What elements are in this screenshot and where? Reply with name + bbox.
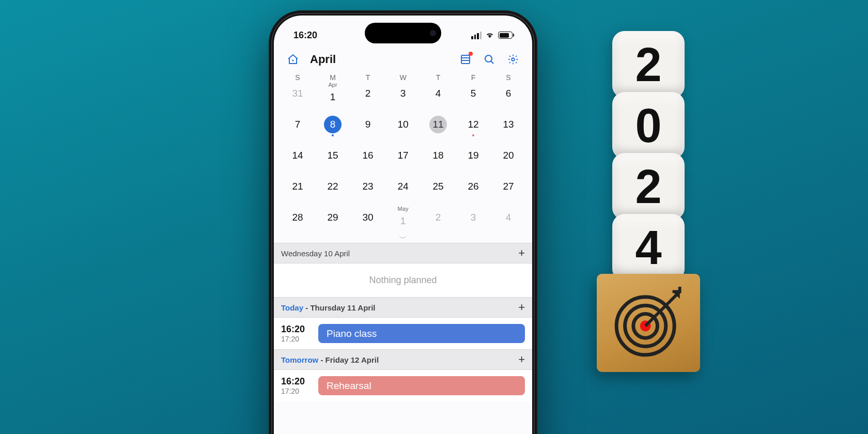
app-header: April (274, 45, 532, 71)
calendar-day[interactable]: 10 (385, 113, 421, 136)
calendar-day[interactable]: 7 (280, 113, 315, 136)
section-header: Today - Thursday 11 April+ (274, 297, 532, 318)
day-number: 26 (464, 178, 482, 195)
section-title: Today - Thursday 11 April (281, 303, 376, 312)
inbox-icon[interactable] (457, 51, 474, 68)
event-time: 16:2017:20 (281, 324, 311, 343)
calendar-day[interactable]: 31 (280, 82, 315, 105)
day-number: 30 (359, 209, 377, 226)
calendar-day[interactable]: 21 (280, 175, 315, 198)
dynamic-island (365, 23, 441, 43)
event-start: 16:20 (281, 376, 311, 387)
calendar-day[interactable]: 5 (456, 82, 491, 105)
dow-label: T (421, 73, 456, 82)
event-end: 17:20 (281, 387, 311, 395)
event-end: 17:20 (281, 335, 311, 343)
cube-digit: 0 (612, 92, 685, 159)
calendar-day[interactable]: 24 (385, 175, 421, 198)
calendar-day[interactable]: 26 (456, 175, 491, 198)
event-row[interactable]: 16:2017:20Rehearsal (274, 370, 532, 401)
add-event-button[interactable]: + (518, 353, 525, 366)
day-number: 22 (324, 178, 342, 195)
event-row[interactable]: 16:2017:20Piano class (274, 318, 532, 349)
day-number: 1 (324, 88, 342, 105)
calendar-day[interactable]: 4 (421, 82, 456, 105)
svg-rect-6 (461, 55, 470, 64)
calendar-day[interactable]: 20 (491, 144, 526, 167)
calendar-day[interactable]: Apr1 (315, 82, 350, 105)
year-cube-stack: 2 0 2 4 (597, 31, 700, 372)
calendar-day[interactable]: 14 (280, 144, 315, 167)
calendar-day[interactable]: 29 (315, 206, 350, 229)
day-number: 15 (324, 147, 342, 164)
calendar-day[interactable]: 11 (421, 113, 456, 136)
calendar-day[interactable]: 9 (350, 113, 385, 136)
calendar-day[interactable]: 15 (315, 144, 350, 167)
calendar-day[interactable]: 2 (350, 82, 385, 105)
calendar-day[interactable]: 22 (315, 175, 350, 198)
day-number: 3 (394, 85, 412, 102)
calendar-day[interactable]: 19 (456, 144, 491, 167)
calendar-day[interactable]: 27 (491, 175, 526, 198)
day-number: 12 (464, 116, 482, 133)
phone-screen: 16:20 April (274, 16, 532, 434)
calendar-day[interactable]: 25 (421, 175, 456, 198)
day-number: 16 (359, 147, 377, 164)
day-number: 23 (359, 178, 377, 195)
calendar-day[interactable]: 16 (350, 144, 385, 167)
day-number: 10 (394, 116, 412, 133)
event-dot (472, 134, 474, 136)
calendar-grid: 31Apr12345678910111213141516171819202122… (274, 82, 532, 234)
calendar-day[interactable]: 3 (456, 206, 491, 229)
calendar-day[interactable]: 17 (385, 144, 421, 167)
day-number: 20 (500, 147, 517, 164)
section-header: Wednesday 10 April+ (274, 243, 532, 264)
section-prefix: Today (281, 303, 303, 312)
day-number: 27 (500, 178, 517, 195)
calendar-day[interactable]: 23 (350, 175, 385, 198)
settings-icon[interactable] (504, 51, 522, 68)
day-number: 21 (289, 178, 306, 195)
dow-label: S (280, 73, 315, 82)
svg-point-11 (512, 58, 515, 61)
day-number: 25 (429, 178, 447, 195)
day-number: 1 (394, 212, 412, 229)
calendar-day[interactable]: 8 (315, 113, 350, 136)
month-tag: Apr (328, 82, 337, 88)
event-start: 16:20 (281, 324, 311, 335)
calendar-day[interactable]: 2 (421, 206, 456, 229)
cube-digit: 2 (612, 153, 685, 220)
day-number: 19 (464, 147, 482, 164)
section-prefix: Tomorrow (281, 355, 318, 364)
calendar-day[interactable]: 13 (491, 113, 526, 136)
agenda: Wednesday 10 April+Nothing plannedToday … (274, 243, 532, 401)
target-icon (612, 287, 685, 359)
search-icon[interactable] (481, 51, 498, 68)
battery-icon (498, 32, 513, 39)
calendar-day[interactable]: 12 (456, 113, 491, 136)
calendar-day[interactable]: 6 (491, 82, 526, 105)
calendar-day[interactable]: 30 (350, 206, 385, 229)
day-number: 9 (359, 116, 377, 133)
empty-state: Nothing planned (274, 264, 532, 297)
day-number: 5 (464, 85, 482, 102)
day-number: 7 (289, 116, 306, 133)
calendar-day[interactable]: 3 (385, 82, 421, 105)
phone-frame: 16:20 April (269, 10, 537, 434)
drag-handle[interactable]: ︶ (274, 234, 532, 243)
wood-block (597, 274, 700, 372)
add-event-button[interactable]: + (518, 246, 525, 260)
add-event-button[interactable]: + (518, 301, 525, 314)
day-number: 4 (429, 85, 447, 102)
event-time: 16:2017:20 (281, 376, 311, 395)
home-icon[interactable] (284, 51, 302, 68)
calendar-day[interactable]: May1 (385, 206, 421, 229)
event-pill[interactable]: Piano class (318, 324, 525, 343)
calendar-day[interactable]: 18 (421, 144, 456, 167)
day-number: 3 (464, 209, 482, 226)
day-number: 6 (500, 85, 517, 102)
calendar-day[interactable]: 4 (491, 206, 526, 229)
cube-digit: 4 (612, 214, 685, 281)
calendar-day[interactable]: 28 (280, 206, 315, 229)
event-pill[interactable]: Rehearsal (318, 376, 525, 395)
